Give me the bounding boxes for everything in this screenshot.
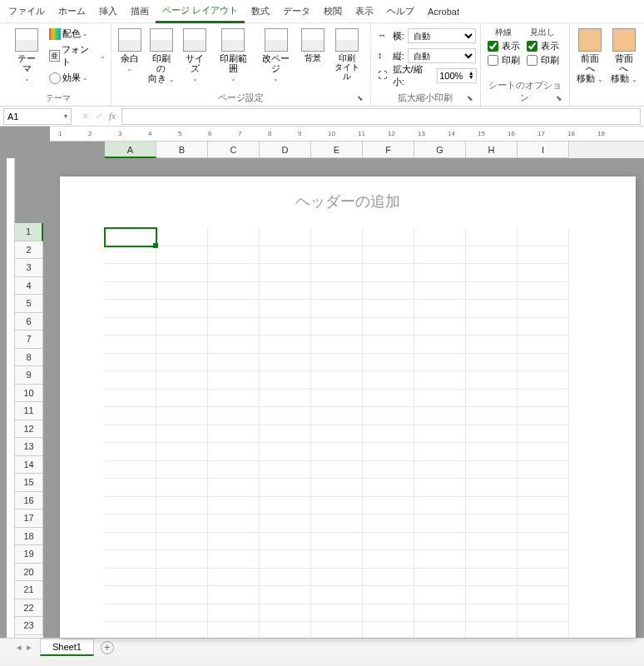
cell-G22[interactable]: [414, 604, 466, 623]
cell-grid[interactable]: [105, 228, 636, 638]
row-header-13[interactable]: 13: [15, 438, 43, 456]
add-header-placeholder[interactable]: ヘッダーの追加: [60, 176, 636, 226]
cell-I20[interactable]: [518, 569, 569, 587]
name-box[interactable]: A1 ▾: [3, 108, 72, 125]
row-header-19[interactable]: 19: [15, 545, 43, 564]
cell-D20[interactable]: [260, 569, 311, 587]
cell-D21[interactable]: [260, 586, 311, 604]
insert-function-button[interactable]: fx: [107, 111, 118, 122]
cell-G9[interactable]: [414, 371, 466, 390]
cell-F17[interactable]: [363, 514, 414, 533]
headings-view-checkbox[interactable]: 表示: [527, 40, 559, 52]
row-header-15[interactable]: 15: [15, 474, 43, 492]
effects-button[interactable]: 効果 ⌄: [47, 71, 107, 85]
cell-E19[interactable]: [311, 550, 363, 569]
cell-B18[interactable]: [156, 533, 208, 551]
cell-H5[interactable]: [466, 300, 518, 318]
cell-C11[interactable]: [208, 407, 260, 425]
gridlines-view-checkbox[interactable]: 表示: [488, 40, 520, 52]
cell-A15[interactable]: [105, 479, 156, 497]
cell-A12[interactable]: [105, 425, 156, 444]
cell-D15[interactable]: [260, 479, 311, 497]
cell-I16[interactable]: [518, 497, 569, 515]
cell-A5[interactable]: [105, 300, 156, 318]
row-header-8[interactable]: 8: [15, 349, 43, 367]
cell-A14[interactable]: [105, 461, 156, 480]
add-sheet-button[interactable]: +: [101, 641, 114, 654]
cell-D13[interactable]: [260, 443, 311, 461]
cell-B20[interactable]: [156, 569, 208, 587]
cell-F21[interactable]: [363, 586, 414, 604]
cell-B1[interactable]: [156, 228, 208, 246]
row-header-20[interactable]: 20: [15, 564, 43, 582]
cell-G1[interactable]: [414, 228, 466, 246]
cell-G12[interactable]: [414, 425, 466, 444]
cell-C22[interactable]: [208, 604, 260, 623]
cell-C19[interactable]: [208, 550, 260, 569]
cell-F9[interactable]: [363, 371, 414, 390]
column-header-I[interactable]: I: [518, 142, 569, 158]
tab-data[interactable]: データ: [276, 1, 317, 22]
row-header-17[interactable]: 17: [15, 509, 43, 528]
cell-H21[interactable]: [466, 586, 518, 604]
cell-F15[interactable]: [363, 479, 414, 497]
cell-A23[interactable]: [105, 622, 156, 638]
cell-E21[interactable]: [311, 586, 363, 604]
cell-G2[interactable]: [414, 246, 466, 265]
cell-H9[interactable]: [466, 371, 518, 390]
cell-C20[interactable]: [208, 569, 260, 587]
cell-B12[interactable]: [156, 425, 208, 444]
spinner-buttons[interactable]: ▲▼: [468, 72, 474, 80]
row-header-5[interactable]: 5: [15, 295, 43, 313]
tab-acrobat[interactable]: Acrobat: [421, 2, 466, 21]
cell-B9[interactable]: [156, 371, 208, 390]
cell-B19[interactable]: [156, 550, 208, 569]
tab-formulas[interactable]: 数式: [245, 1, 276, 22]
cell-E22[interactable]: [311, 604, 363, 623]
cell-E10[interactable]: [311, 390, 363, 408]
cell-B21[interactable]: [156, 586, 208, 604]
cell-A20[interactable]: [105, 569, 156, 587]
cell-E2[interactable]: [311, 246, 363, 265]
cell-E18[interactable]: [311, 533, 363, 551]
colors-button[interactable]: 配色 ⌄: [47, 27, 107, 41]
cell-C15[interactable]: [208, 479, 260, 497]
cell-G10[interactable]: [414, 390, 466, 408]
cell-E23[interactable]: [311, 622, 363, 638]
cell-G11[interactable]: [414, 407, 466, 425]
cell-D11[interactable]: [260, 407, 311, 425]
cell-I13[interactable]: [518, 443, 569, 461]
cell-I21[interactable]: [518, 586, 569, 604]
cell-B2[interactable]: [156, 246, 208, 265]
cell-G17[interactable]: [414, 514, 466, 533]
cell-D1[interactable]: [260, 228, 311, 246]
cell-I15[interactable]: [518, 479, 569, 497]
cell-E6[interactable]: [311, 318, 363, 336]
row-header-4[interactable]: 4: [15, 277, 43, 296]
cell-F19[interactable]: [363, 550, 414, 569]
cell-F11[interactable]: [363, 407, 414, 425]
scale-spinner[interactable]: 100% ▲▼: [437, 68, 477, 83]
cell-F8[interactable]: [363, 354, 414, 372]
row-header-23[interactable]: 23: [15, 617, 43, 635]
cell-B10[interactable]: [156, 390, 208, 408]
cell-A19[interactable]: [105, 550, 156, 569]
background-button[interactable]: 背景: [298, 27, 328, 64]
cell-H13[interactable]: [466, 443, 518, 461]
cell-C10[interactable]: [208, 390, 260, 408]
column-header-D[interactable]: D: [260, 142, 311, 158]
cell-B15[interactable]: [156, 479, 208, 497]
cell-H23[interactable]: [466, 622, 518, 638]
cell-G8[interactable]: [414, 354, 466, 372]
cell-H16[interactable]: [466, 497, 518, 515]
cell-H20[interactable]: [466, 569, 518, 587]
cell-I8[interactable]: [518, 354, 569, 372]
cell-E16[interactable]: [311, 497, 363, 515]
cell-F2[interactable]: [363, 246, 414, 265]
cell-D22[interactable]: [260, 604, 311, 623]
cell-B14[interactable]: [156, 461, 208, 480]
cell-D14[interactable]: [260, 461, 311, 480]
cell-E13[interactable]: [311, 443, 363, 461]
cell-H10[interactable]: [466, 390, 518, 408]
cell-H7[interactable]: [466, 335, 518, 354]
